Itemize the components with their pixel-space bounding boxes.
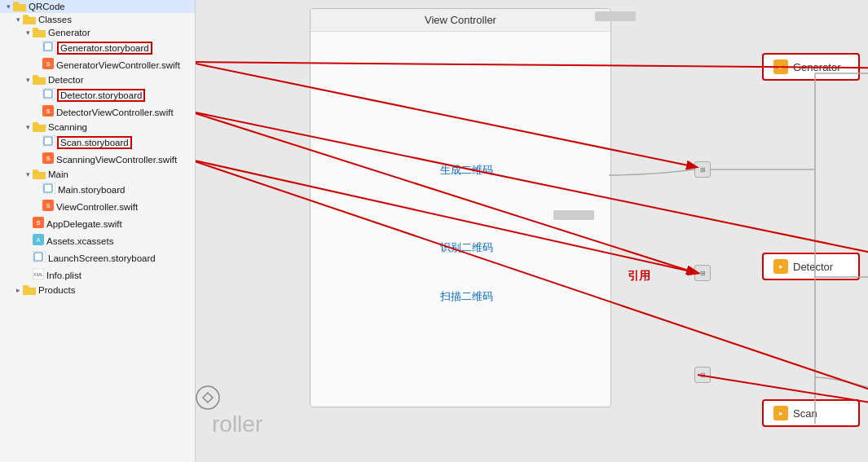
label-detector-storyboard: Detector.storyboard <box>58 90 144 101</box>
label-classes: Classes <box>38 15 72 24</box>
sidebar-item-detector-storyboard[interactable]: Detector.storyboard <box>0 86 195 103</box>
label-viewcontroller-swift: ViewController.swift <box>56 202 138 212</box>
sidebar-item-scan-storyboard[interactable]: Scan.storyboard <box>0 134 195 151</box>
svg-text:S: S <box>46 108 51 114</box>
sidebar-item-scanning-vc[interactable]: SScanningViewController.swift <box>0 151 195 168</box>
sidebar-item-classes[interactable]: Classes <box>0 13 195 26</box>
detector-card-label: Detector <box>793 261 833 273</box>
disclosure-main[interactable] <box>23 169 33 179</box>
icon-products <box>23 285 36 295</box>
sidebar-item-products[interactable]: Products <box>0 284 195 297</box>
label-generator-vc: GeneratorViewController.swift <box>56 60 180 70</box>
disclosure-classes[interactable] <box>13 15 23 24</box>
icon-assets: A <box>33 234 46 248</box>
sidebar-item-assets[interactable]: AAssets.xcassets <box>0 232 195 249</box>
view-controller-panel: View Controller <box>310 8 611 407</box>
icon-launchscreen <box>33 251 48 265</box>
label-appdelegate: AppDelegate.swift <box>46 219 122 229</box>
sidebar-item-info-plist[interactable]: XMLInfo.plist <box>0 266 195 284</box>
svg-point-24 <box>196 386 219 409</box>
sidebar-item-main[interactable]: Main <box>0 168 195 181</box>
scan-card-icon: ▸ <box>773 406 788 420</box>
detector-card-icon: ▸ <box>773 259 788 274</box>
sidebar-item-main-storyboard[interactable]: Main.storyboard <box>0 181 195 198</box>
icon-detector <box>33 75 46 85</box>
sidebar-item-viewcontroller-swift[interactable]: SViewController.swift <box>0 198 195 215</box>
icon-scanning <box>33 122 46 132</box>
label-scanning: Scanning <box>48 122 87 132</box>
label-qrcode: QRCode <box>29 2 65 11</box>
label-detector: Detector <box>48 75 83 85</box>
conn-node-2: ⊞ <box>694 265 711 281</box>
label-info-plist: Info.plist <box>46 271 82 280</box>
sidebar-item-scanning[interactable]: Scanning <box>0 121 195 134</box>
sidebar-item-generator[interactable]: Generator <box>0 26 195 39</box>
yinyong-label: 引用 <box>628 269 650 284</box>
icon-generator-storyboard <box>42 41 58 55</box>
disclosure-qrcode[interactable] <box>3 2 13 11</box>
svg-text:S: S <box>46 156 51 161</box>
icon-scan-storyboard <box>42 135 58 149</box>
top-bar <box>553 210 594 220</box>
label-launchscreen: LaunchScreen.storyboard <box>48 253 156 263</box>
label-products: Products <box>38 285 75 295</box>
label-detector-vc: DetectorViewController.swift <box>56 108 174 117</box>
label-assets: Assets.xcassets <box>46 236 113 246</box>
label-scan-storyboard: Scan.storyboard <box>58 137 131 148</box>
top-bar-right <box>595 11 636 21</box>
sidebar-item-generator-vc[interactable]: SGeneratorViewController.swift <box>0 56 195 73</box>
svg-text:S: S <box>37 220 41 226</box>
file-tree[interactable]: QRCodeClassesGeneratorGenerator.storyboa… <box>0 0 196 462</box>
vc-icon <box>196 381 224 417</box>
main-content: View Controller roller 生成二维码 识别二维码 扫描二维码… <box>196 0 868 462</box>
scan-card-label: Scan <box>793 407 817 420</box>
vc-body <box>311 32 610 407</box>
generator-card-label: Generator <box>793 61 841 73</box>
detector-card[interactable]: ▸ Detector <box>762 253 860 280</box>
label-generator: Generator <box>48 28 90 37</box>
sidebar-item-launchscreen[interactable]: LaunchScreen.storyboard <box>0 249 195 266</box>
icon-detector-vc: S <box>42 105 56 119</box>
vc-title: View Controller <box>311 9 610 32</box>
disclosure-detector[interactable] <box>23 75 33 85</box>
icon-generator <box>33 28 46 37</box>
sidebar-item-detector-vc[interactable]: SDetectorViewController.swift <box>0 103 195 121</box>
icon-main <box>33 169 46 179</box>
label-main: Main <box>48 169 68 179</box>
cn-label-2: 识别二维码 <box>440 240 493 255</box>
icon-classes <box>23 15 36 24</box>
conn-node-1: ⊞ <box>694 161 711 178</box>
svg-text:XML: XML <box>33 272 44 277</box>
sidebar-item-detector[interactable]: Detector <box>0 73 195 86</box>
disclosure-products[interactable] <box>13 285 23 295</box>
label-main-storyboard: Main.storyboard <box>58 185 125 195</box>
disclosure-generator[interactable] <box>23 28 33 37</box>
conn-node-3: ⊞ <box>694 367 711 383</box>
scan-card[interactable]: ▸ Scan <box>762 399 860 427</box>
sidebar-item-qrcode[interactable]: QRCode <box>0 0 195 13</box>
svg-text:S: S <box>46 61 51 67</box>
svg-text:S: S <box>46 203 51 209</box>
icon-detector-storyboard <box>42 88 58 102</box>
icon-info-plist: XML <box>33 268 46 282</box>
cn-label-3: 扫描二维码 <box>440 289 493 304</box>
cn-label-1: 生成二维码 <box>440 163 493 178</box>
disclosure-scanning[interactable] <box>23 122 33 132</box>
icon-viewcontroller-swift: S <box>42 200 56 213</box>
icon-scanning-vc: S <box>42 152 56 166</box>
icon-main-storyboard <box>42 183 58 196</box>
icon-appdelegate: S <box>33 217 46 231</box>
label-scanning-vc: ScanningViewController.swift <box>56 155 177 165</box>
sidebar-item-appdelegate[interactable]: SAppDelegate.swift <box>0 215 195 232</box>
icon-generator-vc: S <box>42 58 56 72</box>
svg-text:A: A <box>37 237 41 243</box>
generator-card[interactable]: ▸ Generator <box>762 53 860 81</box>
generator-card-icon: ▸ <box>773 59 788 74</box>
label-generator-storyboard: Generator.storyboard <box>58 42 152 54</box>
icon-qrcode <box>13 2 26 11</box>
sidebar-item-generator-storyboard[interactable]: Generator.storyboard <box>0 39 195 56</box>
